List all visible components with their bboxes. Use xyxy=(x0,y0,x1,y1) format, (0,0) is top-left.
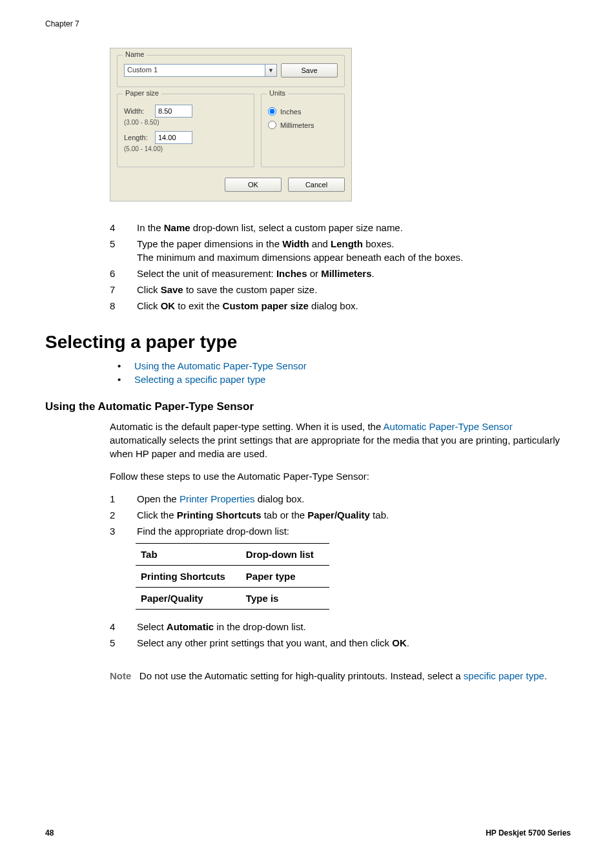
note-label: Note xyxy=(110,670,131,681)
save-button[interactable]: Save xyxy=(281,63,338,77)
step-5: Type the paper dimensions in the Width a… xyxy=(110,237,571,264)
link-specific-paper-type[interactable]: specific paper type xyxy=(464,670,544,681)
paragraph-auto-description: Automatic is the default paper-type sett… xyxy=(110,420,571,460)
bullet-link-auto-sensor: Using the Automatic Paper-Type Sensor xyxy=(115,360,571,371)
step-b3: Find the appropriate drop-down list: xyxy=(110,524,571,538)
step-7: Click Save to save the custom paper size… xyxy=(110,283,571,296)
length-input[interactable] xyxy=(155,131,192,144)
table-header-tab: Tab xyxy=(136,544,241,566)
link-printer-properties[interactable]: Printer Properties xyxy=(180,493,255,504)
name-legend: Name xyxy=(123,50,147,58)
step-b2: Click the Printing Shortcuts tab or the … xyxy=(110,508,571,522)
step-b1: Open the Printer Properties dialog box. xyxy=(110,492,571,506)
units-fieldset: Units Inches Millimeters xyxy=(261,94,345,167)
units-mm-radio[interactable]: Millimeters xyxy=(268,121,338,129)
link-using-auto-sensor[interactable]: Using the Automatic Paper-Type Sensor xyxy=(134,360,307,371)
paper-size-legend: Paper size xyxy=(123,89,161,97)
step-4: In the Name drop-down list, select a cus… xyxy=(110,221,571,234)
width-range-hint: (3.00 - 8.50) xyxy=(124,119,247,126)
paragraph-follow-steps: Follow these steps to use the Automatic … xyxy=(110,469,571,483)
bullet-link-specific-type: Selecting a specific paper type xyxy=(115,374,571,385)
link-auto-paper-type-sensor[interactable]: Automatic Paper-Type Sensor xyxy=(384,421,513,432)
name-fieldset: Name Custom 1 ▼ Save xyxy=(117,55,345,87)
dropdown-mapping-table: Tab Drop-down list Printing Shortcuts Pa… xyxy=(136,543,329,610)
length-range-hint: (5.00 - 14.00) xyxy=(124,145,247,152)
table-row: Paper/Quality Type is xyxy=(136,588,329,610)
custom-paper-size-dialog-screenshot: Name Custom 1 ▼ Save Paper size Width: (… xyxy=(110,48,571,201)
chevron-down-icon[interactable]: ▼ xyxy=(265,64,277,77)
step-8: Click OK to exit the Custom paper size d… xyxy=(110,299,571,313)
width-label: Width: xyxy=(124,107,150,115)
step-6: Select the unit of measurement: Inches o… xyxy=(110,267,571,280)
units-legend: Units xyxy=(267,89,288,97)
units-inches-radio[interactable]: Inches xyxy=(268,107,338,116)
step-c5: Select any other print settings that you… xyxy=(110,636,571,650)
page-footer: 48 HP Deskjet 5700 Series xyxy=(45,828,571,838)
table-row: Printing Shortcuts Paper type xyxy=(136,566,329,588)
product-series: HP Deskjet 5700 Series xyxy=(486,828,571,838)
chapter-label: Chapter 7 xyxy=(45,19,571,28)
link-selecting-specific-type[interactable]: Selecting a specific paper type xyxy=(134,374,265,385)
units-inches-label: Inches xyxy=(280,108,301,116)
units-mm-label: Millimeters xyxy=(280,121,314,129)
radio-icon[interactable] xyxy=(268,107,276,116)
ok-button[interactable]: OK xyxy=(225,178,282,192)
page-number: 48 xyxy=(45,828,54,838)
step-c4: Select Automatic in the drop-down list. xyxy=(110,620,571,633)
note-block: Note Do not use the Automatic setting fo… xyxy=(110,669,571,683)
width-input[interactable] xyxy=(155,105,192,118)
subheading-using-auto-sensor: Using the Automatic Paper-Type Sensor xyxy=(45,400,571,413)
name-dropdown[interactable]: Custom 1 ▼ xyxy=(124,64,277,77)
table-header-dropdown: Drop-down list xyxy=(241,544,329,566)
radio-icon[interactable] xyxy=(268,121,276,129)
section-heading-selecting-paper-type: Selecting a paper type xyxy=(45,332,571,353)
cancel-button[interactable]: Cancel xyxy=(288,178,345,192)
name-dropdown-value[interactable]: Custom 1 xyxy=(124,64,265,77)
length-label: Length: xyxy=(124,134,150,141)
paper-size-fieldset: Paper size Width: (3.00 - 8.50) Length: … xyxy=(117,94,254,167)
